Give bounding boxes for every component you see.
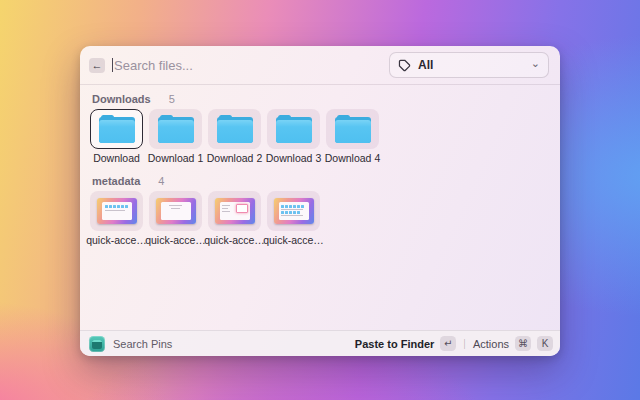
chevron-down-icon: ⌄ <box>531 60 540 67</box>
selected-tile <box>90 109 143 149</box>
file-item-download-4[interactable]: Download 4 <box>326 109 379 164</box>
screenshot-thumbnail <box>274 198 314 224</box>
filter-selected-value: All <box>418 58 531 72</box>
folder-icon <box>276 115 312 143</box>
k-keycap: K <box>537 336 553 351</box>
screenshot-thumbnail <box>215 198 255 224</box>
file-item-download-3[interactable]: Download 3 <box>267 109 320 164</box>
search-files-window: ← Search files... All ⌄ Downloads <box>80 46 560 356</box>
item-label: quick-acce… <box>143 234 209 246</box>
actions-button[interactable]: Actions <box>473 338 509 350</box>
folder-icon <box>217 115 253 143</box>
back-button[interactable]: ← <box>89 58 105 73</box>
section-count: 5 <box>169 93 175 105</box>
file-item-download-2[interactable]: Download 2 <box>208 109 261 164</box>
screenshot-thumbnail <box>97 198 137 224</box>
item-label: Download <box>84 152 150 164</box>
file-item-download-1[interactable]: Download 1 <box>149 109 202 164</box>
return-keycap: ↵ <box>440 336 456 351</box>
filter-dropdown[interactable]: All ⌄ <box>389 52 549 78</box>
tag-icon <box>398 59 411 72</box>
tile <box>149 191 202 231</box>
screenshot-thumbnail <box>156 198 196 224</box>
item-label: quick-acce… <box>202 234 268 246</box>
app-label: Search Pins <box>113 338 355 350</box>
tile <box>208 191 261 231</box>
file-item-screenshot-3[interactable]: quick-acce… <box>208 191 261 246</box>
search-header: ← Search files... All ⌄ <box>80 46 560 85</box>
item-label: Download 1 <box>143 152 209 164</box>
tile <box>267 109 320 149</box>
section-title: Downloads <box>92 93 151 105</box>
arrow-left-icon: ← <box>92 60 103 71</box>
metadata-row: quick-acce… quick-acce… <box>90 191 550 246</box>
item-label: Download 2 <box>202 152 268 164</box>
file-item-screenshot-2[interactable]: quick-acce… <box>149 191 202 246</box>
tile <box>90 191 143 231</box>
item-label: Download 3 <box>261 152 327 164</box>
command-keycap: ⌘ <box>515 336 531 351</box>
file-item-download[interactable]: Download <box>90 109 143 164</box>
downloads-row: Download Download 1 <box>90 109 550 164</box>
text-caret <box>112 58 113 72</box>
tile <box>208 109 261 149</box>
status-actions: Paste to Finder ↵ | Actions ⌘ K <box>355 336 553 351</box>
section-header-metadata: metadata 4 <box>92 175 550 187</box>
tile <box>149 109 202 149</box>
item-label: Download 4 <box>320 152 386 164</box>
folder-icon <box>335 115 371 143</box>
section-header-downloads: Downloads 5 <box>92 93 550 105</box>
results-area: Downloads 5 Download <box>80 85 560 330</box>
item-label: quick-acce… <box>261 234 327 246</box>
search-input[interactable]: Search files... <box>112 58 389 73</box>
desktop-background: ← Search files... All ⌄ Downloads <box>0 0 640 400</box>
file-item-screenshot-4[interactable]: quick-acce… <box>267 191 320 246</box>
folder-icon <box>158 115 194 143</box>
tile <box>267 191 320 231</box>
item-label: quick-acce… <box>84 234 150 246</box>
folder-icon <box>99 115 135 143</box>
section-count: 4 <box>158 175 164 187</box>
paste-to-finder-button[interactable]: Paste to Finder <box>355 338 434 350</box>
divider: | <box>463 338 466 349</box>
status-bar: Search Pins Paste to Finder ↵ | Actions … <box>80 330 560 356</box>
file-item-screenshot-1[interactable]: quick-acce… <box>90 191 143 246</box>
tile <box>326 109 379 149</box>
search-placeholder: Search files... <box>114 58 193 73</box>
section-title: metadata <box>92 175 140 187</box>
search-pins-app-icon <box>89 336 105 352</box>
